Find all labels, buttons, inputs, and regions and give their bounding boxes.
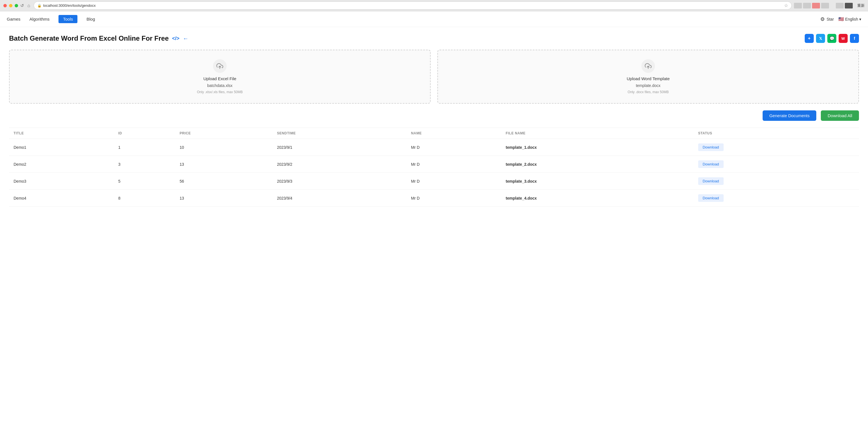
upload-excel-title: Upload Excel File: [204, 76, 237, 81]
cell-price-3: 13: [175, 190, 272, 207]
nav-games[interactable]: Games: [7, 15, 20, 23]
table-body: Demo1 1 10 2023/9/1 Mr D template_1.docx…: [9, 139, 859, 207]
upload-excel-hint: Only .xlsx/.xls files, max 50MB: [197, 90, 243, 94]
table-row: Demo2 3 13 2023/9/2 Mr D template_2.docx…: [9, 156, 859, 173]
col-filename: FILE NAME: [501, 128, 694, 139]
generate-documents-button[interactable]: Generate Documents: [763, 110, 816, 121]
cell-filename-2: template_3.docx: [501, 173, 694, 190]
table-row: Demo4 8 13 2023/9/4 Mr D template_4.docx…: [9, 190, 859, 207]
share-facebook-plus-btn[interactable]: +: [805, 34, 814, 43]
cell-name-3: Mr D: [407, 190, 501, 207]
download-all-button[interactable]: Download All: [821, 110, 859, 121]
browser-tabs: [794, 3, 853, 8]
browser-minimize-btn[interactable]: [9, 4, 12, 7]
tab-thumb-3: [812, 3, 820, 8]
share-wechat-btn[interactable]: 💬: [827, 34, 836, 43]
browser-maximize-btn[interactable]: [15, 4, 18, 7]
browser-back-btn[interactable]: ↺: [20, 3, 24, 8]
nav-links: Games Algorithms Tools Blog: [7, 15, 820, 23]
upload-word-box[interactable]: Upload Word Template template.docx Only …: [437, 50, 859, 104]
url-text: localhost:3000/en/tools/gendocx: [43, 3, 96, 8]
page-title-row: Batch Generate Word From Excel Online Fo…: [9, 34, 859, 43]
cell-title-0: Demo1: [9, 139, 114, 156]
main-content: Batch Generate Word From Excel Online Fo…: [0, 27, 868, 213]
cell-sendtime-3: 2023/9/4: [272, 190, 407, 207]
share-fb-btn[interactable]: f: [850, 34, 859, 43]
fb-icon: f: [854, 36, 855, 41]
cell-status-1: Download: [694, 156, 859, 173]
share-icons: + 𝕏 💬 W f: [805, 34, 859, 43]
upload-word-icon: [641, 59, 655, 73]
data-table: TITLE ID PRICE SENDTIME NAME FILE NAME S…: [9, 128, 859, 207]
tab-thumb-1: [794, 3, 802, 8]
nav-blog[interactable]: Blog: [87, 15, 95, 23]
twitter-icon: 𝕏: [819, 36, 822, 41]
cell-status-2: Download: [694, 173, 859, 190]
table-container: TITLE ID PRICE SENDTIME NAME FILE NAME S…: [9, 128, 859, 207]
action-row: Generate Documents Download All: [9, 110, 859, 121]
cell-name-0: Mr D: [407, 139, 501, 156]
upload-word-filename: template.docx: [636, 83, 660, 88]
tab-thumb-4: [821, 3, 829, 8]
tab-thumb-6: [845, 3, 853, 8]
cell-name-1: Mr D: [407, 156, 501, 173]
flag-icon: 🇺🇸: [838, 17, 844, 22]
upload-excel-box[interactable]: Upload Excel File batchdata.xlsx Only .x…: [9, 50, 431, 104]
cell-filename-0: template_1.docx: [501, 139, 694, 156]
cell-filename-1: template_2.docx: [501, 156, 694, 173]
table-row: Demo1 1 10 2023/9/1 Mr D template_1.docx…: [9, 139, 859, 156]
col-price: PRICE: [175, 128, 272, 139]
table-row: Demo3 5 56 2023/9/3 Mr D template_3.docx…: [9, 173, 859, 190]
upload-excel-filename: batchdata.xlsx: [207, 83, 232, 88]
upload-excel-icon: [213, 59, 227, 73]
weibo-icon: W: [841, 36, 845, 41]
cell-title-1: Demo2: [9, 156, 114, 173]
cell-name-2: Mr D: [407, 173, 501, 190]
cell-id-1: 3: [114, 156, 175, 173]
cell-title-3: Demo4: [9, 190, 114, 207]
cell-title-2: Demo3: [9, 173, 114, 190]
cell-id-3: 8: [114, 190, 175, 207]
lang-label: English: [845, 17, 858, 22]
col-id: ID: [114, 128, 175, 139]
cell-price-0: 10: [175, 139, 272, 156]
nav-algorithms[interactable]: Algorithms: [29, 15, 50, 23]
back-arrow-icon[interactable]: ←: [183, 35, 188, 42]
github-icon: ⚙: [820, 16, 825, 22]
cell-status-3: Download: [694, 190, 859, 207]
col-name: NAME: [407, 128, 501, 139]
language-selector[interactable]: 🇺🇸 English ▾: [838, 17, 861, 22]
browser-close-btn[interactable]: [3, 4, 7, 7]
cell-sendtime-0: 2023/9/1: [272, 139, 407, 156]
cell-id-2: 5: [114, 173, 175, 190]
upload-word-title: Upload Word Template: [627, 76, 670, 81]
col-title: TITLE: [9, 128, 114, 139]
chevron-down-icon: ▾: [859, 17, 861, 22]
navbar: Games Algorithms Tools Blog ⚙ Star 🇺🇸 En…: [0, 11, 868, 27]
table-header-row: TITLE ID PRICE SENDTIME NAME FILE NAME S…: [9, 128, 859, 139]
embed-code-icon[interactable]: </>: [172, 36, 179, 41]
share-weibo-btn[interactable]: W: [839, 34, 848, 43]
table-header: TITLE ID PRICE SENDTIME NAME FILE NAME S…: [9, 128, 859, 139]
col-sendtime: SENDTIME: [272, 128, 407, 139]
bookmark-icon[interactable]: ☆: [784, 3, 788, 8]
download-button-0[interactable]: Download: [698, 143, 724, 151]
download-button-1[interactable]: Download: [698, 160, 724, 168]
cell-price-2: 56: [175, 173, 272, 190]
browser-home-btn[interactable]: ⌂: [26, 3, 31, 9]
github-star-link[interactable]: ⚙ Star: [820, 16, 834, 22]
cell-sendtime-1: 2023/9/2: [272, 156, 407, 173]
wechat-icon: 💬: [830, 36, 834, 41]
cell-sendtime-2: 2023/9/3: [272, 173, 407, 190]
share-twitter-btn[interactable]: 𝕏: [816, 34, 825, 43]
lock-icon: 🔒: [37, 4, 41, 8]
address-bar[interactable]: 🔒 localhost:3000/en/tools/gendocx ☆: [34, 1, 792, 10]
browser-label: 重新: [857, 3, 865, 8]
tab-thumb-5: [836, 3, 844, 8]
download-button-2[interactable]: Download: [698, 177, 724, 185]
download-button-3[interactable]: Download: [698, 194, 724, 202]
cell-filename-3: template_4.docx: [501, 190, 694, 207]
star-label: Star: [827, 17, 834, 22]
nav-tools[interactable]: Tools: [59, 15, 78, 23]
tab-thumb-2: [803, 3, 811, 8]
